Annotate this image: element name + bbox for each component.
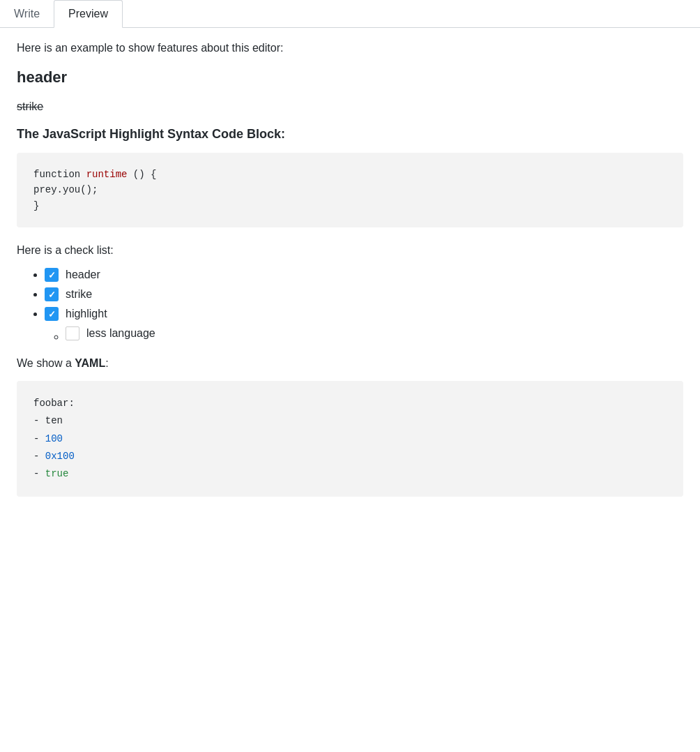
preview-content: Here is an example to show features abou… — [0, 28, 700, 511]
yaml-item3-prefix: - — [33, 451, 45, 462]
checkbox-highlight[interactable] — [45, 307, 59, 321]
tab-preview[interactable]: Preview — [54, 0, 123, 28]
checklist-label-less-language: less language — [86, 327, 155, 340]
list-item: strike — [45, 287, 683, 301]
js-code-block: function runtime () { prey.you(); } — [17, 153, 683, 227]
strikethrough-text: strike — [17, 100, 683, 113]
checklist-label-highlight: highlight — [66, 308, 107, 320]
code-keyword: function — [33, 169, 80, 180]
yaml-intro-bold: YAML — [75, 357, 105, 369]
intro-text: Here is an example to show features abou… — [17, 42, 683, 54]
yaml-intro: We show a YAML: — [17, 357, 683, 370]
yaml-item4: - true — [33, 465, 667, 483]
code-section-heading: The JavaScript Highlight Syntax Code Blo… — [17, 127, 683, 142]
checkbox-strike[interactable] — [45, 287, 59, 301]
code-line1-rest: () { — [133, 169, 157, 180]
yaml-item1-text: - ten — [33, 415, 63, 426]
list-item: highlight less language — [45, 307, 683, 340]
yaml-key: foobar: — [33, 398, 75, 409]
checkbox-header[interactable] — [45, 268, 59, 282]
code-line-2: prey.you(); — [33, 182, 667, 197]
yaml-code-block: foobar: - ten - 100 - 0x100 - true — [17, 381, 683, 497]
yaml-key-line: foobar: — [33, 395, 667, 412]
checklist-label-strike: strike — [66, 288, 92, 301]
tab-write[interactable]: Write — [0, 0, 54, 28]
yaml-item3-value: 0x100 — [45, 451, 75, 462]
sub-checklist: less language — [45, 326, 683, 340]
code-function-name: runtime — [86, 169, 128, 180]
yaml-item4-prefix: - — [33, 468, 45, 479]
yaml-item2-value: 100 — [45, 433, 63, 444]
code-line-3: } — [33, 198, 667, 213]
yaml-intro-prefix: We show a — [17, 357, 75, 369]
yaml-item4-value: true — [45, 468, 69, 479]
yaml-item2: - 100 — [33, 430, 667, 448]
heading-header: header — [17, 68, 683, 87]
yaml-item1: - ten — [33, 412, 667, 430]
checkbox-less-language[interactable] — [66, 326, 79, 340]
list-item: less language — [66, 326, 683, 340]
tab-bar: Write Preview — [0, 0, 700, 28]
yaml-item2-prefix: - — [33, 433, 45, 444]
code-line-1: function runtime () { — [33, 167, 667, 182]
checklist-intro: Here is a check list: — [17, 244, 683, 257]
checklist-label-header: header — [66, 269, 100, 281]
checklist: header strike highlight less language — [17, 268, 683, 340]
yaml-item3: - 0x100 — [33, 448, 667, 465]
list-item: header — [45, 268, 683, 282]
yaml-intro-suffix: : — [105, 357, 108, 369]
